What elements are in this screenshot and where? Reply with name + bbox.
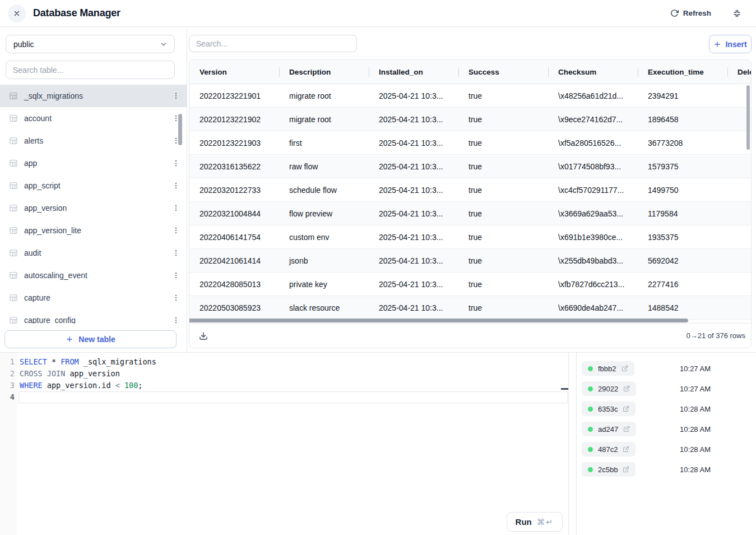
close-button[interactable] [8, 4, 26, 22]
history-run-pill[interactable]: 6353c [582, 402, 636, 416]
sidebar-item-label: app_script [24, 181, 61, 190]
column-header[interactable]: Checksum [548, 60, 638, 84]
table-row[interactable]: 20220320122733schedule flow2025-04-21 10… [189, 178, 752, 202]
table-row[interactable]: 20220123221901migrate root2025-04-21 10:… [189, 84, 752, 108]
table-cell [727, 249, 752, 272]
code-line[interactable]: 3WHERE app_version.id < 100; [0, 380, 568, 391]
table-options-button[interactable] [171, 90, 181, 102]
table-cell: 2277416 [638, 273, 727, 296]
code-token: _sqlx_migrations [79, 357, 156, 366]
history-run-pill[interactable]: 29022 [582, 381, 636, 396]
column-header[interactable]: Success [458, 60, 548, 84]
table-cell: true [458, 202, 548, 225]
table-icon [9, 271, 18, 280]
kebab-icon [172, 226, 180, 235]
sidebar-item-app_version[interactable]: app_version [0, 197, 187, 219]
insert-button[interactable]: Insert [709, 35, 752, 53]
sidebar-item-capture[interactable]: capture [0, 287, 187, 309]
column-header[interactable]: Version [189, 60, 279, 84]
run-button[interactable]: Run ⌘↵ [507, 512, 563, 532]
sidebar-item-account[interactable]: account [0, 107, 187, 130]
table-cell: 1488542 [638, 296, 727, 319]
rows-search-input[interactable] [189, 35, 357, 52]
table-options-button[interactable] [171, 158, 181, 169]
history-run-pill[interactable]: 2c5bb [582, 462, 636, 477]
column-header[interactable]: Deleted [727, 60, 752, 84]
history-run-pill[interactable]: fbbb2 [582, 361, 634, 376]
history-run-pill[interactable]: ad247 [582, 422, 636, 436]
table-row[interactable]: 20220123221903first2025-04-21 10:3...tru… [189, 131, 752, 155]
sidebar-item-_sqlx_migrations[interactable]: _sqlx_migrations [0, 85, 187, 107]
new-table-button[interactable]: New table [4, 330, 177, 348]
table-cell: 2025-04-21 10:3... [369, 84, 458, 107]
line-number: 1 [0, 356, 15, 368]
vertical-scrollbar[interactable] [746, 85, 750, 150]
table-options-button[interactable] [171, 202, 181, 214]
table-row[interactable]: 20220421061414jsonb2025-04-21 10:3...tru… [189, 249, 752, 273]
line-number: 3 [0, 380, 15, 391]
table-options-button[interactable] [171, 180, 181, 191]
table-options-button[interactable] [171, 315, 181, 324]
table-options-button[interactable] [171, 270, 181, 281]
table-options-button[interactable] [171, 292, 181, 303]
history-item: ad24710:28 AM [582, 419, 756, 439]
app-header: Database Manager Refresh [0, 0, 756, 27]
table-cell: 20220316135622 [189, 155, 279, 178]
kebab-icon [172, 271, 180, 280]
table-row[interactable]: 20220316135622raw flow2025-04-21 10:3...… [189, 155, 752, 178]
rows-count-info: 0→21 of 376 rows [686, 331, 745, 340]
sidebar-item-audit[interactable]: audit [0, 242, 187, 264]
code-line[interactable]: 4 [0, 391, 568, 403]
table-row[interactable]: 20220406141754custom env2025-04-21 10:3.… [189, 225, 752, 249]
table-row[interactable]: 20220428085013private key2025-04-21 10:3… [189, 273, 752, 296]
code-text [18, 391, 568, 403]
external-link-icon [622, 365, 628, 372]
sidebar-scrollbar[interactable] [178, 114, 182, 145]
sidebar-item-label: capture_config [24, 316, 76, 324]
sidebar-item-app[interactable]: app [0, 152, 187, 174]
table-cell: 2025-04-21 10:3... [369, 178, 458, 201]
table-row[interactable]: 20220321004844flow preview2025-04-21 10:… [189, 202, 752, 225]
table-options-button[interactable] [171, 247, 181, 259]
column-header[interactable]: Installed_on [369, 60, 458, 84]
status-dot [588, 447, 593, 452]
sidebar-item-app_script[interactable]: app_script [0, 174, 187, 197]
run-timestamp: 10:28 AM [680, 445, 711, 454]
table-options-button[interactable] [171, 225, 181, 236]
sidebar-item-alerts[interactable]: alerts [0, 130, 187, 152]
table-cell: 2025-04-21 10:3... [369, 296, 458, 319]
table-row[interactable]: 20220503085923slack resource2025-04-21 1… [189, 296, 752, 320]
schema-select[interactable]: public [6, 35, 175, 53]
column-header[interactable]: Description [279, 60, 369, 84]
table-icon [9, 159, 18, 168]
table-cell: \x255db49babd3... [548, 249, 638, 272]
table-list: _sqlx_migrationsaccountalertsappapp_scri… [0, 85, 187, 324]
compress-button[interactable] [732, 9, 741, 18]
code-line[interactable]: 2CROSS JOIN app_version [0, 368, 568, 380]
table-cell: 20220320122733 [189, 178, 279, 201]
sidebar-item-capture_config[interactable]: capture_config [0, 309, 187, 324]
table-search-input[interactable] [6, 61, 175, 79]
table-cell: \x9ece274162d7... [548, 108, 638, 131]
table-cell [727, 202, 752, 225]
code-line[interactable]: 1SELECT * FROM _sqlx_migrations [0, 356, 568, 368]
table-cell: 2025-04-21 10:3... [369, 155, 458, 178]
sidebar-item-app_version_lite[interactable]: app_version_lite [0, 219, 187, 242]
refresh-button[interactable]: Refresh [670, 9, 711, 17]
sql-editor[interactable]: 1SELECT * FROM _sqlx_migrations2CROSS JO… [0, 353, 569, 535]
horizontal-scrollbar[interactable] [189, 319, 688, 322]
table-row[interactable]: 20220123221902migrate root2025-04-21 10:… [189, 108, 752, 131]
table-cell: true [458, 84, 548, 107]
table-icon [9, 91, 18, 100]
sidebar-item-autoscaling_event[interactable]: autoscaling_event [0, 264, 187, 287]
column-header[interactable]: Execution_time [638, 60, 727, 84]
status-dot [588, 407, 593, 412]
kebab-icon [172, 293, 180, 302]
download-button[interactable] [199, 331, 208, 340]
kebab-icon [172, 316, 180, 324]
table-icon [9, 226, 18, 235]
table-cell [727, 273, 752, 296]
table-cell: 20220123221903 [189, 131, 279, 154]
history-run-pill[interactable]: 487c2 [582, 442, 636, 456]
code-token: CROSS JOIN [20, 369, 65, 378]
